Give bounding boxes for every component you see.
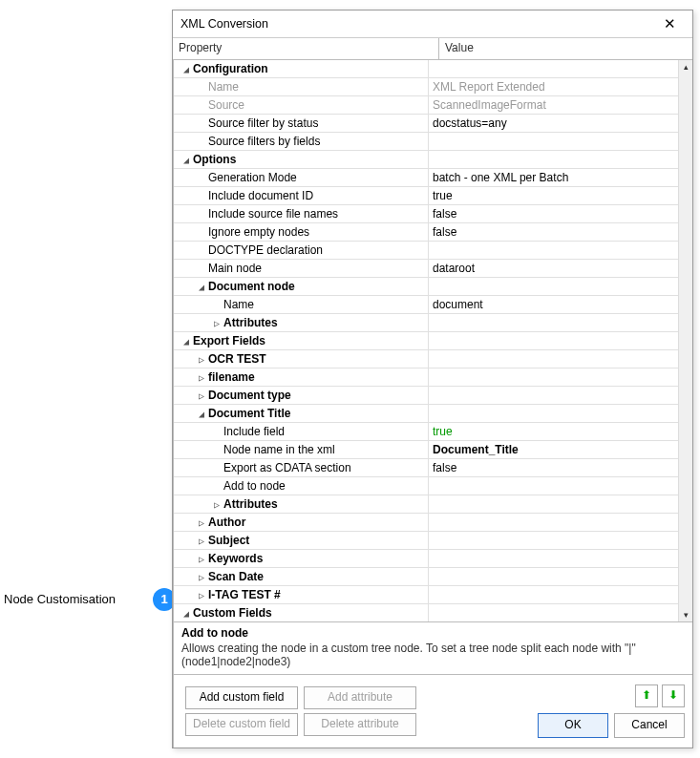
property-cell[interactable]: ▷Attributes xyxy=(174,314,429,331)
value-cell[interactable] xyxy=(429,278,679,295)
value-cell[interactable] xyxy=(429,477,679,495)
twisty-collapsed-icon[interactable]: ▷ xyxy=(212,315,222,331)
value-cell[interactable] xyxy=(429,495,679,513)
column-header-value[interactable]: Value xyxy=(439,38,692,59)
value-cell[interactable]: dataroot xyxy=(429,260,679,277)
property-cell[interactable]: Include document ID xyxy=(174,187,429,204)
value-cell[interactable]: XML Report Extended xyxy=(429,78,679,95)
grid-row[interactable]: DOCTYPE declaration xyxy=(174,242,679,260)
grid-row[interactable]: ▷Document type xyxy=(174,387,679,405)
twisty-collapsed-icon[interactable]: ▷ xyxy=(197,569,206,585)
twisty-collapsed-icon[interactable]: ▷ xyxy=(197,369,206,386)
grid-row[interactable]: ▷Attributes xyxy=(174,495,679,514)
property-cell[interactable]: Add to node xyxy=(174,477,429,495)
grid-row[interactable]: Namedocument xyxy=(174,296,679,314)
property-cell[interactable]: ◢Configuration xyxy=(174,60,429,77)
value-cell[interactable]: true xyxy=(429,187,679,204)
move-down-icon[interactable]: ⬇ xyxy=(662,684,685,707)
property-cell[interactable]: Generation Mode xyxy=(174,169,429,186)
value-cell[interactable] xyxy=(429,332,679,349)
grid-row[interactable]: ▷Attributes xyxy=(174,314,679,332)
grid-row[interactable]: ◢Configuration xyxy=(174,60,679,78)
value-cell[interactable]: false xyxy=(429,459,679,476)
grid-row[interactable]: ▷Subject xyxy=(174,532,679,550)
value-cell[interactable]: true xyxy=(429,423,679,440)
property-cell[interactable]: Source filter by status xyxy=(174,115,429,132)
value-cell[interactable] xyxy=(429,604,679,621)
twisty-collapsed-icon[interactable]: ▷ xyxy=(197,533,206,549)
value-cell[interactable] xyxy=(429,550,679,567)
delete-attribute-button[interactable]: Delete attribute xyxy=(304,713,416,736)
grid-row[interactable]: Source filter by statusdocstatus=any xyxy=(174,115,679,133)
value-cell[interactable] xyxy=(429,151,679,168)
vertical-scrollbar[interactable]: ▴ ▾ xyxy=(678,60,692,621)
grid-row[interactable]: ◢Document Title xyxy=(174,405,679,423)
property-cell[interactable]: Node name in the xml xyxy=(174,441,429,458)
twisty-collapsed-icon[interactable]: ▷ xyxy=(197,388,206,404)
grid-row[interactable]: ▷filename xyxy=(174,368,679,387)
property-cell[interactable]: ▷Scan Date xyxy=(174,568,429,585)
grid-row[interactable]: Main nodedataroot xyxy=(174,260,679,278)
value-cell[interactable] xyxy=(429,405,679,422)
property-cell[interactable]: ▷Attributes xyxy=(174,495,429,513)
value-cell[interactable]: document xyxy=(429,296,679,313)
property-cell[interactable]: Main node xyxy=(174,260,429,277)
property-cell[interactable]: ▷Subject xyxy=(174,532,429,549)
close-icon[interactable]: ✕ xyxy=(654,13,685,34)
value-cell[interactable] xyxy=(429,514,679,531)
column-header-property[interactable]: Property xyxy=(173,38,439,59)
value-cell[interactable]: false xyxy=(429,205,679,222)
add-attribute-button[interactable]: Add attribute xyxy=(304,686,416,709)
property-cell[interactable]: ▷OCR TEST xyxy=(174,350,429,368)
property-cell[interactable]: Source xyxy=(174,96,429,114)
grid-row[interactable]: ▷Author xyxy=(174,514,679,532)
cancel-button[interactable]: Cancel xyxy=(614,713,685,738)
move-up-icon[interactable]: ⬆ xyxy=(635,684,658,707)
twisty-collapsed-icon[interactable]: ▷ xyxy=(197,587,206,603)
grid-row[interactable]: Node name in the xmlDocument_Title xyxy=(174,441,679,459)
property-cell[interactable]: Name xyxy=(174,78,429,95)
grid-row[interactable]: ▷OCR TEST xyxy=(174,350,679,368)
property-cell[interactable]: ▷I-TAG TEST # xyxy=(174,586,429,603)
grid-row[interactable]: Export as CDATA sectionfalse xyxy=(174,459,679,477)
property-cell[interactable]: Name xyxy=(174,296,429,313)
value-cell[interactable] xyxy=(429,350,679,368)
grid-row[interactable]: ◢Options xyxy=(174,151,679,169)
property-cell[interactable]: DOCTYPE declaration xyxy=(174,242,429,259)
grid-row[interactable]: ◢Export Fields xyxy=(174,332,679,350)
property-cell[interactable]: Ignore empty nodes xyxy=(174,223,429,241)
grid-row[interactable]: Include fieldtrue xyxy=(174,423,679,441)
grid-row[interactable]: ▷Keywords xyxy=(174,550,679,568)
grid-row[interactable]: Generation Modebatch - one XML per Batch xyxy=(174,169,679,187)
value-cell[interactable] xyxy=(429,60,679,77)
ok-button[interactable]: OK xyxy=(538,713,608,738)
property-cell[interactable]: Include field xyxy=(174,423,429,440)
value-cell[interactable] xyxy=(429,242,679,259)
grid-row[interactable]: Ignore empty nodesfalse xyxy=(174,223,679,242)
grid-row[interactable]: NameXML Report Extended xyxy=(174,78,679,96)
scroll-up-icon[interactable]: ▴ xyxy=(679,60,692,74)
twisty-collapsed-icon[interactable]: ▷ xyxy=(197,515,206,531)
value-cell[interactable] xyxy=(429,586,679,603)
property-grid[interactable]: ◢ConfigurationNameXML Report ExtendedSou… xyxy=(174,60,679,621)
twisty-collapsed-icon[interactable]: ▷ xyxy=(212,496,222,513)
delete-custom-field-button[interactable]: Delete custom field xyxy=(185,713,298,736)
value-cell[interactable]: ScannedImageFormat xyxy=(429,96,679,114)
twisty-expanded-icon[interactable]: ◢ xyxy=(181,605,191,621)
grid-row[interactable]: ▷I-TAG TEST # xyxy=(174,586,679,604)
grid-row[interactable]: SourceScannedImageFormat xyxy=(174,96,679,115)
scroll-down-icon[interactable]: ▾ xyxy=(679,608,692,621)
twisty-expanded-icon[interactable]: ◢ xyxy=(181,333,191,349)
twisty-expanded-icon[interactable]: ◢ xyxy=(197,279,206,295)
property-cell[interactable]: ◢Document Title xyxy=(174,405,429,422)
grid-row[interactable]: Source filters by fields xyxy=(174,133,679,151)
twisty-expanded-icon[interactable]: ◢ xyxy=(181,152,191,168)
grid-row[interactable]: ▷Scan Date xyxy=(174,568,679,586)
value-cell[interactable]: false xyxy=(429,223,679,241)
grid-row[interactable]: Add to node xyxy=(174,477,679,495)
property-cell[interactable]: ◢Options xyxy=(174,151,429,168)
value-cell[interactable]: docstatus=any xyxy=(429,115,679,132)
twisty-collapsed-icon[interactable]: ▷ xyxy=(197,551,206,567)
value-cell[interactable] xyxy=(429,368,679,386)
grid-row[interactable]: Include source file namesfalse xyxy=(174,205,679,223)
